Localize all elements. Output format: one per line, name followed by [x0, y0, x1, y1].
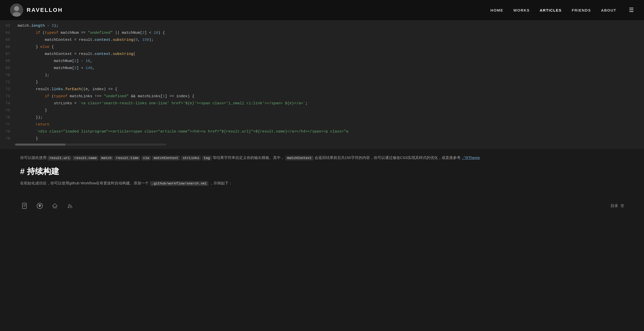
- menu-icon[interactable]: ☰: [629, 7, 634, 13]
- github-icon[interactable]: [35, 201, 44, 210]
- line-content: return: [15, 121, 49, 128]
- line-content: result.links.forEach((e, index) => {: [15, 86, 117, 93]
- code-line-77: 77 return: [0, 121, 644, 128]
- inline-code-str-links: strLinks: [181, 156, 201, 160]
- line-number: 66: [0, 44, 15, 50]
- svg-point-1: [14, 6, 19, 11]
- line-content: }: [15, 136, 38, 142]
- heading-hash: #: [20, 167, 25, 176]
- inline-code-match: match: [100, 156, 113, 160]
- code-line-79: 79 }: [0, 136, 644, 143]
- line-content: } else {: [15, 44, 54, 50]
- section-heading: # 持续构建: [20, 166, 624, 177]
- code-line-70: 70 );: [0, 72, 644, 79]
- line-content: match.length - 3);: [15, 23, 58, 29]
- code-line-65: 65 matchContext = result.context.substri…: [0, 37, 644, 44]
- line-content: `<div class="loaded listprogram"><articl…: [15, 128, 348, 135]
- line-content: strLinks = `<a class='search-result-link…: [15, 100, 308, 107]
- inline-code-result-time: result.time: [114, 156, 140, 160]
- code-line-76: 76 });: [0, 114, 644, 121]
- line-number: 72: [0, 86, 15, 93]
- code-line-69: 69 matchNum[2] + 140,: [0, 65, 644, 72]
- home-icon[interactable]: [50, 201, 59, 210]
- line-number: 65: [0, 37, 15, 43]
- line-number: 64: [0, 30, 15, 36]
- nav-articles[interactable]: ARTICLES: [540, 8, 562, 12]
- svg-rect-3: [22, 203, 26, 209]
- inline-code-match-context-last: matchContext: [285, 156, 313, 160]
- code-line-67: 67 matchContext = result.context.substri…: [0, 51, 644, 58]
- info-text-before: 你可以据此使用: [20, 155, 47, 160]
- code-line-68: 68 matchNum[2] - 10,: [0, 58, 644, 65]
- code-line-75: 75 }: [0, 107, 644, 114]
- scrollbar-track[interactable]: [15, 144, 166, 146]
- scrollbar-thumb[interactable]: [15, 144, 65, 146]
- info-text-after: 会返回结果前后共150字符的内容，你可以通过修改CSS实现其样式的优化，或直接参…: [315, 155, 461, 160]
- inline-code-tag: tag: [202, 156, 212, 160]
- section-desc-after: ，示例如下：: [210, 181, 232, 185]
- line-number: 78: [0, 128, 15, 135]
- line-content: }: [15, 79, 38, 86]
- code-line-74: 74 strLinks = `<a class='search-result-l…: [0, 100, 644, 107]
- inline-code-result-url: result.url: [48, 156, 71, 160]
- line-content: matchNum[2] + 140,: [15, 65, 95, 72]
- line-content: matchContext = result.context.substring(: [15, 51, 135, 57]
- line-number: 67: [0, 51, 15, 57]
- line-number: 73: [0, 93, 15, 100]
- svg-point-9: [68, 207, 69, 208]
- line-number: 70: [0, 72, 15, 79]
- footer-icons: [20, 201, 74, 210]
- toc-label: 目录: [611, 204, 618, 208]
- line-number: 71: [0, 79, 15, 86]
- main-nav: HOME WORKS ARTICLES FRIENDS ABOUT ☰: [490, 7, 634, 13]
- line-content: );: [15, 72, 49, 79]
- line-content: });: [15, 114, 43, 121]
- article-section: 你可以据此使用 result.url result.name match res…: [0, 149, 644, 197]
- inline-code-match-context: matchContext: [152, 156, 180, 160]
- rss-icon[interactable]: [65, 201, 74, 210]
- inline-code-result-name: result.name: [72, 156, 98, 160]
- line-content: matchNum[2] - 10,: [15, 58, 92, 64]
- nav-friends[interactable]: FRIENDS: [572, 8, 591, 12]
- rtheme-link[interactable]: ↗RTheme: [462, 155, 480, 160]
- line-number: 69: [0, 65, 15, 72]
- inline-code-cla: cla: [141, 156, 151, 160]
- toc-icon: ☰: [621, 204, 624, 208]
- code-line-78: 78 `<div class="loaded listprogram"><art…: [0, 128, 644, 136]
- logo[interactable]: RAVELLOH: [10, 4, 63, 17]
- line-number: 76: [0, 114, 15, 121]
- info-text-middle: 等结果字符串自定义你的输出模板。其中，: [213, 155, 284, 160]
- line-content: if (typeof matchLinks !== "undefined" &&…: [15, 93, 194, 100]
- line-number: 77: [0, 121, 15, 128]
- info-paragraph: 你可以据此使用 result.url result.name match res…: [20, 154, 624, 161]
- logo-text: RAVELLOH: [27, 7, 63, 13]
- nav-works[interactable]: WORKS: [513, 8, 530, 12]
- code-line-66: 66 } else {: [0, 44, 644, 51]
- svg-marker-8: [52, 204, 57, 208]
- code-line-71: 71 }: [0, 79, 644, 86]
- code-line-72: 72 result.links.forEach((e, index) => {: [0, 86, 644, 93]
- line-number: 75: [0, 107, 15, 114]
- document-icon[interactable]: [20, 201, 29, 210]
- footer-bar: 目录 ☰: [0, 197, 644, 213]
- heading-text: 持续构建: [27, 167, 59, 176]
- line-content: matchContext = result.context.substring(…: [15, 37, 154, 43]
- line-number: 68: [0, 58, 15, 64]
- inline-code-workflow-file: .github/workflow/search.xml: [150, 181, 209, 186]
- avatar: [10, 4, 23, 17]
- nav-about[interactable]: ABOUT: [601, 8, 616, 12]
- line-content: if (typeof matchNum == "undefined" || ma…: [15, 30, 165, 36]
- code-line-73: 73 if (typeof matchLinks !== "undefined"…: [0, 93, 644, 100]
- section-desc: 在初始化成功后，你可以使用github Workflow在有更改时自动构建。添加…: [20, 180, 624, 187]
- nav-home[interactable]: HOME: [490, 8, 503, 12]
- line-number: 74: [0, 100, 15, 107]
- line-number: 63: [0, 23, 15, 29]
- line-number: 79: [0, 136, 15, 142]
- code-line-63: 63 match.length - 3);: [0, 23, 644, 30]
- code-block[interactable]: 63 match.length - 3); 64 if (typeof matc…: [0, 20, 644, 149]
- horizontal-scrollbar[interactable]: [0, 143, 644, 147]
- header: RAVELLOH HOME WORKS ARTICLES FRIENDS ABO…: [0, 0, 644, 20]
- code-line-64: 64 if (typeof matchNum == "undefined" ||…: [0, 30, 644, 37]
- toc-button[interactable]: 目录 ☰: [611, 204, 624, 208]
- page-content: 63 match.length - 3); 64 if (typeof matc…: [0, 0, 644, 213]
